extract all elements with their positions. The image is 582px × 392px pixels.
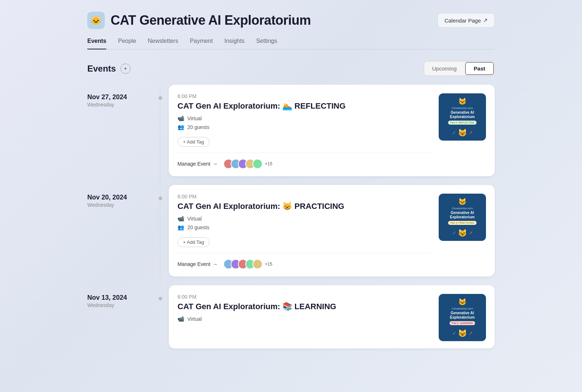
- manage-event-button[interactable]: Manage Event →: [178, 161, 218, 167]
- event-type: 📹 Virtual: [178, 316, 431, 322]
- event-date-col: Nov 20, 2024 Wednesday: [87, 185, 160, 276]
- nav-item-insights[interactable]: Insights: [224, 38, 244, 49]
- event-image-logo: 🐱: [458, 298, 466, 306]
- app-title: CAT Generative AI Exploratorium: [111, 13, 311, 28]
- header-left: 🐱 CAT Generative AI Exploratorium: [87, 12, 311, 29]
- event-type-label: Virtual: [187, 216, 202, 222]
- upcoming-toggle-btn[interactable]: Upcoming: [424, 61, 465, 76]
- event-image-badge: Part 3: PRACTICING: [448, 221, 477, 225]
- attendee-avatars: +15: [223, 259, 272, 269]
- event-card-content: 6:00 PM CAT Gen AI Exploratorium: 😸 PRAC…: [178, 194, 431, 269]
- event-cat-icon: 😺: [458, 128, 467, 137]
- logo-emoji: 🐱: [91, 15, 101, 25]
- nav-item-settings[interactable]: Settings: [256, 38, 277, 49]
- manage-event-label: Manage Event: [178, 261, 210, 267]
- events-title-row: Events +: [87, 64, 131, 74]
- nav-item-newsletters[interactable]: Newsletters: [148, 38, 178, 49]
- event-day: Wednesday: [87, 102, 160, 108]
- calendar-page-label: Calendar Page: [445, 17, 481, 24]
- event-image-brand: ClimateAction.tech: [452, 107, 473, 109]
- arrow-icon: →: [212, 261, 218, 267]
- event-meta: 📹 Virtual: [178, 316, 431, 322]
- page-header: 🐱 CAT Generative AI Exploratorium Calend…: [87, 12, 495, 29]
- add-event-button[interactable]: +: [120, 64, 131, 74]
- events-list: Nov 27, 2024 Wednesday 6:00 PM CAT Gen A…: [87, 85, 495, 357]
- nav-item-events[interactable]: Events: [87, 38, 106, 49]
- event-date: Nov 27, 2024: [87, 93, 160, 101]
- event-image: 🐱 ClimateAction.tech Generative AI Explo…: [439, 93, 486, 141]
- event-card: 6:00 PM CAT Gen AI Exploratorium: 🏊 REFL…: [169, 85, 495, 176]
- event-image-title: Generative AI Exploratorium: [442, 311, 483, 320]
- avatar-count: +15: [265, 161, 272, 166]
- timeline-dot: [159, 297, 162, 300]
- add-tag-button[interactable]: + Add Tag: [178, 237, 210, 247]
- event-image-badge: Part 2: LEARNING: [450, 321, 475, 325]
- events-header: Events + Upcoming Past: [87, 61, 495, 76]
- external-link-icon: ↗: [483, 17, 488, 24]
- event-card: 6:00 PM CAT Gen AI Exploratorium: 😸 PRAC…: [169, 185, 495, 276]
- event-time: 6:00 PM: [178, 93, 431, 99]
- event-type-label: Virtual: [187, 316, 202, 322]
- event-date: Nov 20, 2024: [87, 194, 160, 201]
- event-footer: Manage Event → +15: [178, 153, 431, 169]
- people-icon: 👥: [178, 124, 184, 130]
- event-image-logo: 🐱: [458, 198, 466, 206]
- event-time: 6:00 PM: [178, 294, 431, 300]
- app-logo: 🐱: [87, 12, 105, 29]
- event-card-content: 6:00 PM CAT Gen AI Exploratorium: 🏊 REFL…: [178, 93, 431, 169]
- attendee-avatars: +15: [223, 159, 272, 169]
- event-image-logo: 🐱: [458, 97, 466, 105]
- manage-event-button[interactable]: Manage Event →: [178, 261, 218, 267]
- event-footer: Manage Event → +15: [178, 253, 431, 269]
- event-image: 🐱 ClimateAction.tech Generative AI Explo…: [439, 194, 486, 241]
- event-guests-label: 20 guests: [187, 225, 210, 230]
- event-cat-icon: 😺: [458, 329, 467, 338]
- manage-event-label: Manage Event: [178, 161, 210, 167]
- event-row: Nov 20, 2024 Wednesday 6:00 PM CAT Gen A…: [87, 185, 495, 276]
- event-name: CAT Gen AI Exploratorium: 🏊 REFLECTING: [178, 101, 431, 111]
- events-section-title: Events: [87, 64, 116, 74]
- event-image: 🐱 ClimateAction.tech Generative AI Explo…: [439, 294, 486, 341]
- past-toggle-btn[interactable]: Past: [465, 62, 494, 75]
- event-day: Wednesday: [87, 202, 160, 208]
- timeline-dot: [159, 197, 162, 200]
- add-tag-button[interactable]: + Add Tag: [178, 137, 210, 147]
- event-image-title: Generative AI Exploratorium: [442, 211, 483, 219]
- event-date-col: Nov 27, 2024 Wednesday: [87, 85, 160, 176]
- avatar-count: +15: [265, 262, 272, 267]
- event-image-brand: ClimateAction.tech: [452, 307, 473, 310]
- event-card: 6:00 PM CAT Gen AI Exploratorium: 📚 LEAR…: [169, 285, 495, 348]
- video-icon: 📹: [178, 115, 184, 122]
- event-type-label: Virtual: [187, 116, 202, 121]
- event-row: Nov 13, 2024 Wednesday 6:00 PM CAT Gen A…: [87, 285, 495, 348]
- avatar: [252, 259, 263, 269]
- event-row: Nov 27, 2024 Wednesday 6:00 PM CAT Gen A…: [87, 85, 495, 176]
- avatar: [252, 159, 263, 169]
- video-icon: 📹: [178, 215, 184, 222]
- nav-item-payment[interactable]: Payment: [190, 38, 213, 49]
- upcoming-past-toggle: Upcoming Past: [424, 61, 495, 76]
- event-guests: 👥 20 guests: [178, 224, 431, 231]
- calendar-page-button[interactable]: Calendar Page ↗: [438, 13, 495, 28]
- event-type: 📹 Virtual: [178, 115, 431, 122]
- event-cat-icon: 😺: [458, 229, 467, 237]
- event-image-title: Generative AI Exploratorium: [442, 110, 483, 119]
- event-meta: 📹 Virtual 👥 20 guests: [178, 115, 431, 130]
- main-nav: Events People Newsletters Payment Insigh…: [87, 38, 495, 49]
- event-guests: 👥 20 guests: [178, 124, 431, 130]
- event-time: 6:00 PM: [178, 194, 431, 199]
- event-date: Nov 13, 2024: [87, 294, 160, 302]
- people-icon: 👥: [178, 224, 184, 231]
- event-day: Wednesday: [87, 302, 160, 308]
- event-name: CAT Gen AI Exploratorium: 📚 LEARNING: [178, 302, 431, 311]
- event-meta: 📹 Virtual 👥 20 guests: [178, 215, 431, 231]
- event-image-brand: ClimateAction.tech: [452, 207, 473, 210]
- event-date-col: Nov 13, 2024 Wednesday: [87, 285, 160, 348]
- event-guests-label: 20 guests: [187, 124, 210, 130]
- event-name: CAT Gen AI Exploratorium: 😸 PRACTICING: [178, 202, 431, 211]
- event-card-content: 6:00 PM CAT Gen AI Exploratorium: 📚 LEAR…: [178, 294, 431, 341]
- event-type: 📹 Virtual: [178, 215, 431, 222]
- arrow-icon: →: [212, 161, 218, 167]
- event-image-badge: Part 4: REFLECTING: [448, 121, 477, 125]
- nav-item-people[interactable]: People: [118, 38, 136, 49]
